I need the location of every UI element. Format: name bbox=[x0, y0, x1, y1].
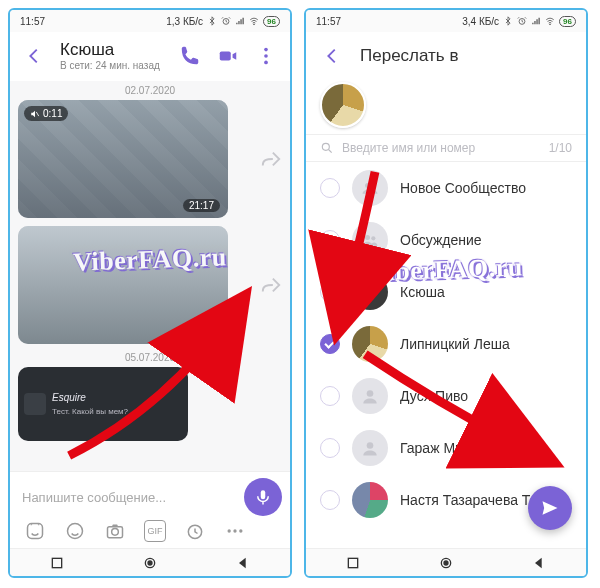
status-time: 11:57 bbox=[316, 16, 341, 27]
list-item[interactable]: Липницкий Леша bbox=[306, 318, 586, 370]
svg-point-14 bbox=[233, 529, 236, 532]
search-icon bbox=[320, 141, 334, 155]
group-icon bbox=[352, 222, 388, 258]
link-title: Esquire bbox=[52, 392, 128, 403]
timer-button[interactable] bbox=[184, 520, 206, 542]
phone-chat-screen: 11:57 1,3 КБ/с 96 Ксюша В сети: 24 мин. … bbox=[8, 8, 292, 578]
list-item-label: Ксюша bbox=[400, 284, 445, 300]
contact-avatar-placeholder bbox=[352, 378, 388, 414]
link-subtitle: Тест. Какой вы мем? bbox=[52, 407, 128, 416]
svg-point-23 bbox=[371, 184, 375, 188]
svg-point-25 bbox=[371, 236, 375, 240]
signal-icon bbox=[531, 16, 541, 26]
sticker-button[interactable] bbox=[24, 520, 46, 542]
camera-button[interactable] bbox=[104, 520, 126, 542]
message-video-2[interactable]: 21:17 bbox=[18, 226, 228, 344]
voice-message-button[interactable] bbox=[244, 478, 282, 516]
back-button[interactable] bbox=[320, 44, 344, 68]
svg-point-22 bbox=[365, 183, 370, 188]
back-button[interactable] bbox=[22, 44, 46, 68]
date-separator: 05.07.2020 bbox=[18, 352, 282, 363]
list-item-label: Новое Сообщество bbox=[400, 180, 526, 196]
message-time: 21:17 bbox=[183, 325, 220, 338]
svg-rect-8 bbox=[28, 524, 43, 539]
svg-point-26 bbox=[367, 390, 374, 397]
list-item[interactable]: Обсуждение bbox=[306, 214, 586, 266]
list-item[interactable]: Ксюша bbox=[306, 266, 586, 318]
svg-point-21 bbox=[322, 143, 329, 150]
svg-point-9 bbox=[68, 524, 83, 539]
signal-icon bbox=[235, 16, 245, 26]
selection-counter: 1/10 bbox=[549, 141, 572, 155]
svg-line-6 bbox=[36, 111, 39, 115]
status-bar: 11:57 3,4 КБ/с 96 bbox=[306, 10, 586, 32]
svg-point-15 bbox=[239, 529, 242, 532]
nav-recent-icon[interactable] bbox=[345, 555, 361, 571]
forward-icon[interactable] bbox=[258, 272, 284, 298]
list-item[interactable]: Дуся Пиво bbox=[306, 370, 586, 422]
message-link-card[interactable]: Esquire Тест. Какой вы мем? bbox=[18, 367, 188, 441]
nav-recent-icon[interactable] bbox=[49, 555, 65, 571]
status-net-speed: 3,4 КБ/с bbox=[462, 16, 499, 27]
chat-title[interactable]: Ксюша bbox=[60, 40, 164, 60]
status-bar: 11:57 1,3 КБ/с 96 bbox=[10, 10, 290, 32]
svg-point-11 bbox=[112, 529, 119, 536]
contact-avatar bbox=[352, 482, 388, 518]
nav-back-icon[interactable] bbox=[531, 555, 547, 571]
svg-rect-28 bbox=[348, 558, 357, 567]
select-radio[interactable] bbox=[320, 230, 340, 250]
contact-avatar bbox=[352, 274, 388, 310]
android-nav-bar bbox=[306, 548, 586, 576]
bluetooth-icon bbox=[503, 16, 513, 26]
nav-home-icon[interactable] bbox=[142, 555, 158, 571]
group-icon bbox=[352, 170, 388, 206]
status-time: 11:57 bbox=[20, 16, 45, 27]
select-radio[interactable] bbox=[320, 178, 340, 198]
message-video-1[interactable]: 0:11 21:17 bbox=[18, 100, 228, 218]
svg-point-1 bbox=[254, 24, 255, 25]
list-item-label: Липницкий Леша bbox=[400, 336, 510, 352]
link-avatar bbox=[24, 393, 46, 415]
svg-point-27 bbox=[367, 442, 374, 449]
svg-point-24 bbox=[365, 235, 370, 240]
select-radio-checked[interactable] bbox=[320, 334, 340, 354]
send-button[interactable] bbox=[528, 486, 572, 530]
nav-home-icon[interactable] bbox=[438, 555, 454, 571]
battery-indicator: 96 bbox=[559, 16, 576, 27]
forward-icon[interactable] bbox=[258, 146, 284, 172]
message-input[interactable]: Напишите сообщение... bbox=[18, 484, 236, 511]
nav-back-icon[interactable] bbox=[235, 555, 251, 571]
select-radio[interactable] bbox=[320, 386, 340, 406]
phone-forward-screen: 11:57 3,4 КБ/с 96 Переслать в Вв bbox=[304, 8, 588, 578]
date-separator: 02.07.2020 bbox=[18, 85, 282, 96]
search-input[interactable]: Введите имя или номер bbox=[342, 141, 541, 155]
gif-button[interactable]: GIF bbox=[144, 520, 166, 542]
alarm-icon bbox=[517, 16, 527, 26]
more-button[interactable] bbox=[254, 44, 278, 68]
list-item-label: Дуся Пиво bbox=[400, 388, 468, 404]
select-radio[interactable] bbox=[320, 490, 340, 510]
forward-title: Переслать в bbox=[360, 46, 458, 66]
contact-avatar bbox=[352, 326, 388, 362]
more-attachments-button[interactable] bbox=[224, 520, 246, 542]
select-radio[interactable] bbox=[320, 438, 340, 458]
chat-subtitle: В сети: 24 мин. назад bbox=[60, 60, 164, 71]
message-time: 21:17 bbox=[183, 199, 220, 212]
list-item-label: Обсуждение bbox=[400, 232, 482, 248]
wifi-icon bbox=[249, 16, 259, 26]
chat-app-bar: Ксюша В сети: 24 мин. назад bbox=[10, 32, 290, 81]
video-call-button[interactable] bbox=[216, 44, 240, 68]
emoji-button[interactable] bbox=[64, 520, 86, 542]
alarm-icon bbox=[221, 16, 231, 26]
selected-recipients-strip bbox=[306, 78, 586, 134]
bluetooth-icon bbox=[207, 16, 217, 26]
svg-point-20 bbox=[550, 24, 551, 25]
selected-recipient-avatar[interactable] bbox=[320, 82, 366, 128]
svg-point-13 bbox=[228, 529, 231, 532]
list-item[interactable]: Новое Сообщество bbox=[306, 162, 586, 214]
battery-indicator: 96 bbox=[263, 16, 280, 27]
video-mute-badge: 0:11 bbox=[24, 106, 68, 121]
call-button[interactable] bbox=[178, 44, 202, 68]
list-item[interactable]: Гараж Мира bbox=[306, 422, 586, 474]
select-radio[interactable] bbox=[320, 282, 340, 302]
